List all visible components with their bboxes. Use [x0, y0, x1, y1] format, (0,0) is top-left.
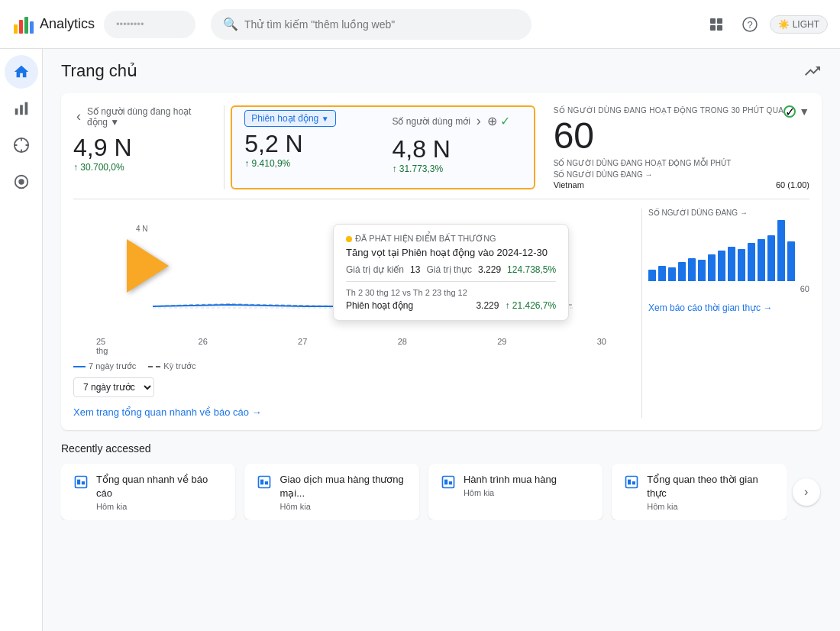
sidebar-item-explore[interactable]: [5, 128, 38, 162]
overview-link-text: Xem trang tổng quan nhanh về báo cáo →: [73, 406, 262, 418]
compare-icon[interactable]: ⊕: [487, 114, 497, 128]
page-title: Trang chủ: [61, 61, 137, 81]
svg-rect-31: [628, 480, 631, 485]
analytics-logo-icon: [12, 14, 34, 35]
bar-6: [698, 260, 706, 281]
arrow-icon: [127, 239, 169, 293]
date-29: 29: [497, 337, 506, 355]
recent-card-4-time: Hôm kia: [647, 502, 774, 511]
svg-rect-27: [442, 477, 454, 488]
recent-card-2-icon: [257, 474, 272, 493]
search-icon: 🔍: [223, 17, 238, 31]
realtime-bar-label: SỐ NGƯỜI DÙNG ĐANG →: [648, 209, 809, 217]
next-chevron[interactable]: ›: [473, 110, 484, 132]
svg-rect-0: [14, 24, 18, 34]
recent-card-4-icon: [624, 474, 639, 493]
phien-value: 5,2 N: [244, 130, 373, 158]
bar-10: [738, 249, 745, 281]
bar-14: [777, 220, 785, 281]
bar-13: [767, 235, 775, 281]
realtime-link[interactable]: Xem báo cáo thời gian thực →: [648, 303, 809, 313]
period-select[interactable]: 7 ngày trước: [73, 377, 154, 397]
recent-card-1-label: Tổng quan nhanh về báo cáo: [96, 473, 223, 500]
recent-card-4[interactable]: Tổng quan theo thời gian thực Hôm kia: [612, 464, 786, 520]
svg-rect-2: [24, 17, 28, 34]
recently-accessed-section: Recently accessed Tổng quan nhanh về báo…: [61, 442, 822, 520]
tooltip-divider: [346, 281, 556, 282]
prev-chevron[interactable]: ‹: [73, 105, 84, 128]
metric-nguoi-moi: Số người dùng mới › ⊕ ✓ 4,8 N ↑ 31.773,3…: [392, 107, 521, 174]
recent-card-3-label: Hành trình mua hàng: [464, 473, 557, 487]
metric-left: ‹ Số người dùng đang hoạt động ▼ 4,9 N ↑…: [73, 105, 225, 189]
recent-card-4-label: Tổng quan theo thời gian thực: [647, 473, 774, 500]
svg-point-15: [18, 179, 24, 184]
bar-2: [658, 266, 666, 281]
bar-7: [708, 254, 716, 281]
sidebar-item-reports[interactable]: [5, 92, 38, 125]
svg-rect-22: [77, 480, 80, 485]
anomaly-badge: ĐÃ PHÁT HIỆN ĐIỂM BẤT THƯỜNG: [346, 234, 556, 244]
date-labels: 25thg 26 27 28 29 30: [73, 337, 629, 355]
bar-12: [758, 239, 765, 281]
help-icon-button[interactable]: ?: [736, 11, 764, 38]
legend-line-prev: [148, 366, 160, 367]
svg-rect-32: [632, 481, 635, 484]
phien-label: Phiên hoạt động ▼: [244, 110, 335, 127]
recent-card-2-text: Giao dịch mua hàng thương mại... Hôm kia: [279, 473, 406, 511]
light-mode-badge[interactable]: ☀️ LIGHT: [770, 15, 828, 34]
bar-1: [648, 270, 656, 281]
check-icon[interactable]: ✓: [500, 114, 510, 128]
account-pill[interactable]: ••••••••: [104, 11, 195, 38]
nguoi-moi-label: Số người dùng mới: [392, 116, 470, 127]
grid-icon: [709, 17, 724, 32]
recently-grid: Tổng quan nhanh về báo cáo Hôm kia Giao …: [61, 464, 787, 520]
svg-rect-30: [626, 477, 638, 488]
legend-line-current: [73, 366, 86, 367]
realtime-value: 60: [554, 118, 809, 154]
anomaly-dot: [346, 236, 352, 242]
tooltip-actual-pct: 124.738,5%: [507, 264, 556, 275]
tooltip-metric-value: 3.229: [476, 300, 499, 311]
recent-card-1-icon: [73, 474, 89, 493]
bar-4: [678, 262, 686, 281]
anomaly-label: ĐÃ PHÁT HIỆN ĐIỂM BẤT THƯỜNG: [355, 234, 496, 244]
tooltip-actual-label: Giá trị thực: [426, 264, 472, 275]
bar-15: [787, 241, 795, 281]
grid-icon-button[interactable]: [703, 11, 730, 38]
page-header-actions: [803, 62, 822, 80]
left-metric-label: Số người dùng đang hoạt động ▼: [87, 106, 212, 128]
recent-card-3-text: Hành trình mua hàng Hôm kia: [464, 473, 557, 497]
home-icon: [13, 63, 30, 80]
metrics-header-row: ‹ Số người dùng đang hoạt động ▼ 4,9 N ↑…: [73, 105, 809, 199]
svg-rect-5: [717, 18, 722, 24]
realtime-bar-section: SỐ NGƯỜI DÙNG ĐANG →: [641, 209, 809, 418]
sidebar-item-home[interactable]: [5, 55, 38, 89]
bar-3: [668, 267, 676, 281]
search-input[interactable]: [244, 18, 519, 31]
overview-link[interactable]: Xem trang tổng quan nhanh về báo cáo →: [73, 406, 629, 418]
bar-11: [748, 243, 755, 281]
chart-legend: 7 ngày trước Kỳ trước: [73, 361, 629, 371]
search-bar: 🔍: [211, 9, 531, 40]
date-25: 25thg: [96, 337, 108, 355]
app-logo: Analytics: [12, 14, 95, 35]
svg-rect-24: [259, 477, 270, 488]
bar-9: [728, 247, 735, 281]
svg-rect-10: [15, 108, 18, 115]
recent-card-3[interactable]: Hành trình mua hàng Hôm kia: [428, 464, 603, 520]
date-28: 28: [398, 337, 407, 355]
chart-tooltip: ĐÃ PHÁT HIỆN ĐIỂM BẤT THƯỜNG Tăng vọt tạ…: [333, 224, 569, 321]
realtime-dropdown-btn[interactable]: ▼: [799, 105, 809, 118]
svg-rect-12: [24, 102, 27, 115]
recent-card-2[interactable]: Giao dịch mua hàng thương mại... Hôm kia: [244, 464, 418, 520]
tooltip-expected-label: Giá trị dự kiến: [346, 264, 404, 275]
sidebar-item-advertising[interactable]: [5, 165, 38, 199]
recently-next-chevron[interactable]: ›: [793, 478, 820, 506]
svg-text:?: ?: [747, 19, 752, 31]
legend-7days-label: 7 ngày trước: [89, 361, 136, 371]
recent-card-1[interactable]: Tổng quan nhanh về báo cáo Hôm kia: [61, 464, 235, 520]
realtime-bar-chart: [648, 220, 809, 281]
analytics-card: LIGHT ‹ Số người dùng đang hoạt động ▼ 4…: [61, 93, 822, 430]
nguoi-moi-value: 4,8 N: [392, 135, 521, 163]
help-icon: ?: [742, 17, 758, 32]
